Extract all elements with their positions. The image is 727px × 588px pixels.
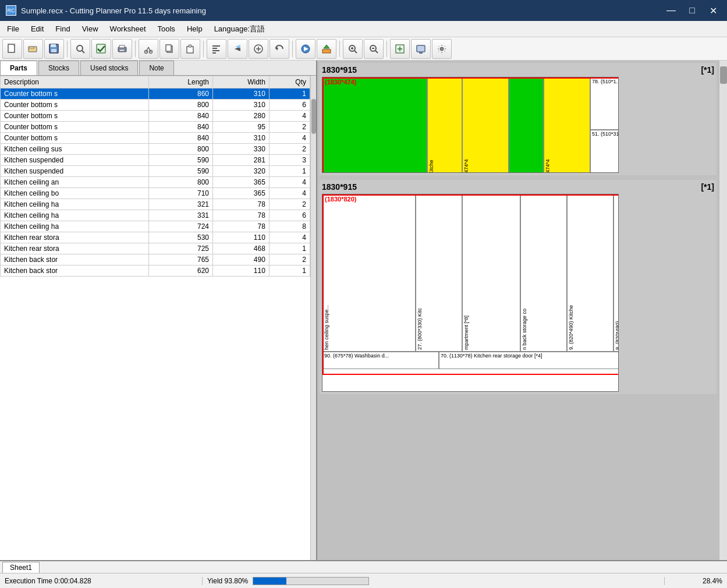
cell-length: 321 [148, 199, 212, 210]
cutting-piece: 39. (474*4 [544, 77, 590, 173]
table-row[interactable]: Kitchen suspended 590 281 3 [1, 155, 310, 166]
menu-worksheet[interactable]: Worksheet [105, 23, 151, 35]
align-left-button[interactable] [207, 39, 226, 59]
menu-view[interactable]: View [77, 23, 103, 35]
cell-width: 310 [213, 88, 269, 100]
tab-parts[interactable]: Parts [0, 61, 37, 75]
sheet-container-sheet1: 1830*915 [*1] n back st...31) Kitche39. … [320, 63, 717, 175]
import-button[interactable] [411, 39, 431, 59]
zoom-out-button[interactable] [364, 39, 384, 59]
cell-description: Kitchen rear stora [1, 232, 149, 243]
table-row[interactable]: Kitchen rear stora 530 110 4 [1, 232, 310, 243]
table-row[interactable]: Counter bottom s 840 280 4 [1, 111, 310, 122]
toolbar-separator-4 [292, 41, 293, 57]
maximize-button[interactable]: □ [684, 2, 700, 19]
cutting-piece: 70. (1130*78) Kitchen rear storage door … [439, 352, 619, 369]
zoom-button[interactable] [249, 39, 268, 59]
cell-description: Kitchen ceiling sus [1, 144, 149, 155]
menu-bar: File Edit Find View Worksheet Tools Help… [0, 21, 727, 37]
left-table-area: Description Length Width Qty Counter bot… [0, 76, 316, 560]
add-sheet-button[interactable] [390, 39, 410, 59]
menu-edit[interactable]: Edit [26, 23, 48, 35]
table-row[interactable]: Kitchen rear stora 725 468 1 [1, 243, 310, 254]
undo-button[interactable] [269, 39, 289, 59]
right-scroll-thumb[interactable] [720, 66, 727, 84]
table-row[interactable]: Kitchen ceiling sus 800 330 2 [1, 144, 310, 155]
svg-rect-18 [189, 45, 191, 47]
cell-qty: 2 [269, 199, 310, 210]
table-row[interactable]: Counter bottom s 860 310 1 [1, 88, 310, 100]
cell-width: 365 [213, 177, 269, 188]
right-scrollbar[interactable] [719, 61, 727, 560]
svg-rect-43 [417, 45, 425, 52]
settings-button[interactable] [432, 39, 452, 59]
tab-note[interactable]: Note [139, 61, 173, 75]
tab-stocks[interactable]: Stocks [38, 61, 79, 75]
table-row[interactable]: Kitchen suspended 590 320 1 [1, 166, 310, 177]
cell-description: Kitchen suspended [1, 166, 149, 177]
table-row[interactable]: Kitchen ceiling ha 321 78 2 [1, 199, 310, 210]
menu-file[interactable]: File [2, 23, 24, 35]
print-button[interactable] [112, 39, 132, 59]
cut-button[interactable] [139, 39, 158, 59]
table-row[interactable]: Counter bottom s 840 310 4 [1, 133, 310, 144]
svg-line-6 [82, 51, 84, 53]
menu-language[interactable]: Language:言語 [210, 22, 269, 36]
menu-help[interactable]: Help [182, 23, 207, 35]
copy-button[interactable] [159, 39, 179, 59]
left-scroll-thumb[interactable] [311, 99, 316, 134]
table-row[interactable]: Kitchen back stor 765 490 2 [1, 254, 310, 265]
close-button[interactable]: ✕ [705, 2, 721, 19]
table-row[interactable]: Kitchen back stor 620 110 1 [1, 265, 310, 277]
cell-length: 840 [148, 133, 212, 144]
align-right-button[interactable] [228, 39, 247, 59]
open-button[interactable] [23, 39, 43, 59]
table-row[interactable]: Kitchen ceiling an 800 365 4 [1, 177, 310, 188]
check-button[interactable] [91, 39, 111, 59]
left-scrollbar[interactable] [310, 76, 316, 560]
sheet-header: 1830*915 [*1] [322, 182, 714, 192]
table-row[interactable]: Counter bottom s 840 95 2 [1, 122, 310, 133]
status-percentage: 28.4% [664, 577, 722, 585]
table-row[interactable]: Counter bottom s 800 310 6 [1, 100, 310, 111]
cell-qty: 4 [269, 177, 310, 188]
play-button[interactable] [296, 39, 315, 59]
menu-tools[interactable]: Tools [153, 23, 180, 35]
sheet-container-sheet2: 1830*915 [*1] hen ceiling suspe...27. (8… [320, 180, 717, 394]
cell-width: 365 [213, 188, 269, 199]
cell-length: 710 [148, 188, 212, 199]
paste-button[interactable] [180, 39, 200, 59]
table-row[interactable]: Kitchen ceiling ha 724 78 8 [1, 221, 310, 232]
cell-width: 281 [213, 155, 269, 166]
cell-qty: 4 [269, 232, 310, 243]
cell-qty: 3 [269, 155, 310, 166]
cell-description: Kitchen rear stora [1, 243, 149, 254]
cell-width: 468 [213, 243, 269, 254]
cell-width: 78 [213, 221, 269, 232]
table-row[interactable]: Kitchen ceiling bo 710 365 4 [1, 188, 310, 199]
search-button[interactable] [70, 39, 90, 59]
svg-rect-7 [97, 44, 105, 53]
cell-description: Kitchen suspended [1, 155, 149, 166]
cell-length: 800 [148, 144, 212, 155]
minimize-button[interactable]: — [663, 2, 679, 19]
new-button[interactable] [2, 39, 22, 59]
export-button[interactable] [317, 39, 336, 59]
zoom-in-button[interactable] [343, 39, 363, 59]
save-button[interactable] [44, 39, 64, 59]
cell-length: 840 [148, 122, 212, 133]
bottom-tab-sheet1[interactable]: Sheet1 [2, 562, 40, 573]
cell-description: Kitchen ceiling bo [1, 188, 149, 199]
cell-description: Counter bottom s [1, 88, 149, 100]
sheet-badge: [*1] [701, 65, 714, 75]
cutting-piece: n back storage co [520, 194, 567, 352]
cell-qty: 1 [269, 166, 310, 177]
cell-length: 800 [148, 100, 212, 111]
svg-rect-9 [119, 45, 125, 48]
table-row[interactable]: Kitchen ceiling ha 331 78 6 [1, 210, 310, 221]
cell-width: 320 [213, 166, 269, 177]
cell-qty: 6 [269, 210, 310, 221]
tab-used-stocks[interactable]: Used stocks [80, 61, 138, 75]
cell-qty: 1 [269, 265, 310, 277]
menu-find[interactable]: Find [51, 23, 75, 35]
